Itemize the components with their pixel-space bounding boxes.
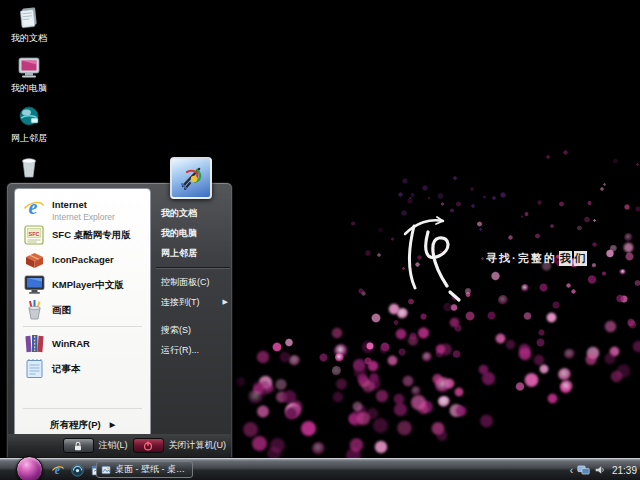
- log-off-button[interactable]: [63, 438, 94, 453]
- network-tray-icon[interactable]: [577, 464, 590, 476]
- item-label: 控制面板(C): [161, 276, 210, 289]
- desktop: 寻找·完整的我们 我的文档: [0, 0, 640, 480]
- start-menu-right-panel: 我的文档 我的电脑 网上邻居 控制面板(C) 连接到(T) ▶ 搜索(S) 运行…: [154, 203, 232, 360]
- item-title: WinRAR: [52, 338, 90, 349]
- item-title: Internet: [52, 199, 87, 210]
- start-menu-item-internet[interactable]: e Internet Internet Explorer: [15, 193, 150, 222]
- desktop-icon-label: 我的电脑: [11, 82, 47, 95]
- internet-explorer-icon: e: [22, 196, 46, 220]
- chevron-right-icon: ▶: [110, 421, 115, 429]
- desktop-icon-network-places[interactable]: 网上邻居: [0, 103, 58, 145]
- desktop-icon-label: 网上邻居: [11, 132, 47, 145]
- picture-window-icon: [101, 464, 111, 476]
- my-computer-icon: [15, 53, 43, 81]
- desktop-icon-my-computer[interactable]: 我的电脑: [0, 53, 58, 95]
- item-title: KMPlayer中文版: [52, 279, 124, 290]
- item-label: 我的电脑: [161, 227, 197, 240]
- item-title: 记事本: [52, 363, 81, 374]
- svg-text:SFC: SFC: [29, 230, 40, 236]
- wallpaper-tagline: 寻找·完整的我们: [486, 251, 587, 266]
- my-documents-icon: [15, 3, 43, 31]
- sfc-app-icon: SFC: [22, 223, 46, 247]
- start-menu-divider: [156, 267, 230, 268]
- paint-icon: [22, 298, 46, 322]
- start-menu: e Internet Internet Explorer SFC SFC: [6, 182, 233, 458]
- start-menu-item-my-computer[interactable]: 我的电脑: [154, 223, 232, 243]
- item-label: 运行(R)...: [161, 344, 199, 357]
- turn-off-computer-button[interactable]: [133, 438, 164, 453]
- start-menu-item-my-documents[interactable]: 我的文档: [154, 203, 232, 223]
- start-menu-item-search[interactable]: 搜索(S): [154, 320, 232, 340]
- start-menu-item-kmplayer[interactable]: KMPlayer中文版: [15, 272, 150, 297]
- taskbar-window-label: 桌面 - 壁纸 - 桌酷壁...: [115, 463, 188, 476]
- media-player-quicklaunch-icon[interactable]: [70, 463, 85, 478]
- start-menu-item-network-places[interactable]: 网上邻居: [154, 243, 232, 263]
- tagline-boxed-char-1: 我: [559, 251, 572, 266]
- svg-text:e: e: [29, 196, 38, 218]
- taskbar: e »: [0, 458, 640, 480]
- start-menu-item-winrar[interactable]: WinRAR: [15, 331, 150, 356]
- user-avatar-art: [175, 162, 207, 194]
- tagline-text: 寻找·完整的: [486, 252, 557, 264]
- recycle-bin-icon: [15, 153, 43, 181]
- item-label: 网上邻居: [161, 247, 197, 260]
- internet-explorer-quicklaunch-icon[interactable]: e: [50, 463, 65, 478]
- start-menu-item-run[interactable]: 运行(R)...: [154, 340, 232, 360]
- start-menu-item-notepad[interactable]: 记事本: [15, 356, 150, 381]
- notepad-icon: [22, 357, 46, 381]
- start-menu-item-control-panel[interactable]: 控制面板(C): [154, 272, 232, 292]
- start-menu-gap: [154, 312, 232, 320]
- iconpackager-icon: [22, 248, 46, 272]
- tray-collapse-chevron[interactable]: ‹: [570, 465, 573, 476]
- taskbar-clock: 21:39: [612, 465, 637, 476]
- item-label: 我的文档: [161, 207, 197, 220]
- log-off-label[interactable]: 注销(L): [99, 439, 128, 452]
- lock-icon: [72, 440, 84, 452]
- turn-off-computer-label[interactable]: 关闭计算机(U): [169, 439, 227, 452]
- desktop-icon-label: 我的文档: [11, 32, 47, 45]
- start-menu-item-iconpackager[interactable]: IconPackager: [15, 247, 150, 272]
- chevron-right-icon: ▶: [223, 298, 228, 306]
- tagline-boxed-char-2: 们: [574, 251, 587, 266]
- winrar-icon: [22, 332, 46, 356]
- calligraphy-glyph: [398, 212, 476, 312]
- power-icon: [142, 440, 154, 452]
- start-menu-item-paint[interactable]: 画图: [15, 297, 150, 322]
- system-tray: ‹ 21:39: [570, 459, 637, 480]
- item-subtitle: Internet Explorer: [52, 212, 115, 222]
- kmplayer-icon: [22, 273, 46, 297]
- user-avatar[interactable]: [170, 157, 212, 199]
- item-title: IconPackager: [52, 254, 114, 265]
- start-menu-bottom-bar: 注销(L) 关闭计算机(U): [8, 434, 231, 457]
- item-title: 画图: [52, 304, 71, 315]
- all-programs-label: 所有程序(P): [50, 419, 101, 432]
- volume-tray-icon[interactable]: [594, 464, 606, 476]
- start-menu-divider: [23, 408, 142, 409]
- start-button[interactable]: [16, 456, 43, 480]
- desktop-icon-my-documents[interactable]: 我的文档: [0, 3, 58, 45]
- item-label: 连接到(T): [161, 296, 200, 309]
- start-menu-spacer: [15, 381, 150, 404]
- start-menu-divider: [23, 326, 142, 327]
- item-title: SFC 桌酷网专用版: [52, 229, 131, 240]
- item-label: 搜索(S): [161, 324, 191, 337]
- svg-text:e: e: [54, 464, 59, 477]
- start-menu-item-connect-to[interactable]: 连接到(T) ▶: [154, 292, 232, 312]
- network-places-icon: [15, 103, 43, 131]
- start-menu-item-sfc[interactable]: SFC SFC 桌酷网专用版: [15, 222, 150, 247]
- start-menu-left-panel: e Internet Internet Explorer SFC SFC: [14, 188, 151, 438]
- taskbar-window-button[interactable]: 桌面 - 壁纸 - 桌酷壁...: [96, 461, 193, 478]
